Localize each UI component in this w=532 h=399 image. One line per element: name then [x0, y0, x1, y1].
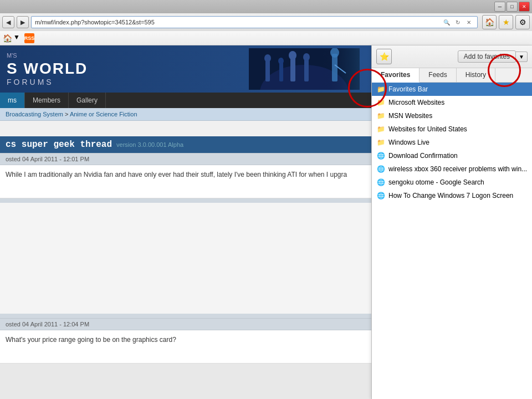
rss-label: RSS — [24, 35, 35, 41]
fav-item-0-label: Favorites Bar — [388, 85, 428, 93]
tab-history-label: History — [466, 71, 486, 79]
post-1-text: While I am traditionally an Nvidia fan a… — [6, 171, 347, 178]
tab-favorites-label: Favorites — [381, 71, 410, 79]
favorites-panel-icon[interactable]: ⭐ — [376, 49, 392, 64]
thread-version: version 3.0.00.001 Alpha — [116, 141, 183, 148]
fav-item-4-icon: 📁 — [376, 138, 385, 147]
fav-item-6-label: wireless xbox 360 receiver problems with… — [388, 165, 527, 173]
breadcrumb-section[interactable]: Anime or Science Fiction — [70, 111, 137, 117]
fav-item-2-icon: 📁 — [376, 111, 385, 120]
forum-logo-small: M'S — [7, 52, 88, 59]
tab-history[interactable]: History — [457, 68, 495, 82]
tab-feeds[interactable]: Feeds — [420, 68, 456, 82]
post-2-date: osted 04 April 2011 - 12:04 PM — [6, 321, 89, 328]
svg-rect-11 — [332, 54, 337, 81]
tab-feeds-label: Feeds — [428, 71, 447, 79]
post-1-date: osted 04 April 2011 - 12:01 PM — [6, 156, 89, 162]
forum-logo-sub: FORUMS — [7, 78, 88, 86]
browser-toolbar-right: 🏠 ★ ⚙ — [482, 15, 530, 29]
address-bar[interactable]: m/mwf/index.php?showtopic=34512&st=595 🔍… — [31, 16, 478, 28]
fav-item-0[interactable]: 📁 Favorites Bar — [372, 83, 532, 96]
svg-rect-6 — [290, 57, 295, 81]
favorites-header: ⭐ Add to favorites ▼ — [372, 45, 532, 68]
home-toolbar-button[interactable]: 🏠 — [482, 15, 497, 29]
svg-point-3 — [264, 54, 271, 62]
add-to-favorites-button[interactable]: Add to favorites — [458, 50, 516, 63]
fav-item-5-icon: 🌐 — [376, 151, 385, 160]
main-area: M'S S WORLD FORUMS — [0, 45, 532, 399]
address-text: m/mwf/index.php?showtopic=34512&st=595 — [35, 19, 442, 25]
favorites-tabs: Favorites Feeds History — [372, 68, 532, 83]
add-to-favorites-dropdown[interactable]: ▼ — [516, 52, 528, 62]
fav-item-4[interactable]: 📁 Windows Live — [372, 136, 532, 149]
svg-point-7 — [289, 51, 296, 60]
nav-item-home-label: ms — [8, 96, 17, 104]
svg-rect-4 — [279, 62, 283, 81]
nav-item-gallery-label: Gallery — [76, 96, 98, 104]
favorites-panel: ⭐ Add to favorites ▼ Favorites Feeds His… — [371, 45, 532, 399]
forward-button[interactable]: ▶ — [17, 16, 29, 28]
fav-item-3-label: Websites for United States — [388, 125, 467, 133]
star-icon: ★ — [503, 18, 510, 27]
svg-rect-8 — [304, 58, 309, 81]
fav-item-6-icon: 🌐 — [376, 165, 385, 173]
fav-item-5-label: Download Confirmation — [388, 152, 458, 160]
search-icon[interactable]: 🔍 — [442, 17, 452, 27]
gear-icon: ⚙ — [519, 18, 526, 27]
fav-item-3-icon: 📁 — [376, 125, 385, 134]
fav-item-2-label: MSN Websites — [388, 112, 432, 120]
fav-item-0-icon: 📁 — [376, 85, 385, 94]
fav-item-7-icon: 🌐 — [376, 178, 385, 187]
rss-icon: RSS — [24, 33, 34, 43]
maximize-button[interactable]: □ — [507, 2, 518, 12]
fav-item-1-label: Microsoft Websites — [388, 99, 444, 106]
thread-title: cs super geek thread — [6, 140, 112, 150]
back-button[interactable]: ◀ — [2, 16, 14, 28]
fav-item-8[interactable]: 🌐 How To Change Windows 7 Logon Screen — [372, 189, 532, 202]
add-favorites-group: Add to favorites ▼ — [458, 50, 528, 63]
nav-item-home[interactable]: ms — [0, 93, 25, 108]
home-icon: 🏠 — [485, 18, 494, 27]
fav-item-5[interactable]: 🌐 Download Confirmation — [372, 149, 532, 162]
fav-item-2[interactable]: 📁 MSN Websites — [372, 109, 532, 122]
svg-point-9 — [303, 53, 310, 61]
stop-icon[interactable]: ✕ — [464, 17, 474, 27]
fav-item-1-icon: 📁 — [376, 98, 385, 107]
favorites-list: 📁 Favorites Bar 📁 Microsoft Websites 📁 M… — [372, 83, 532, 399]
breadcrumb-site[interactable]: Broadcasting System — [6, 111, 63, 117]
window-controls: ─ □ ✕ — [494, 2, 530, 12]
forum-logo-big: S WORLD — [7, 60, 88, 78]
svg-point-5 — [278, 58, 284, 64]
svg-rect-2 — [265, 59, 270, 81]
address-icons: 🔍 ↻ ✕ — [442, 17, 474, 27]
refresh-icon[interactable]: ↻ — [453, 17, 463, 27]
fav-item-3[interactable]: 📁 Websites for United States — [372, 122, 532, 136]
nav-item-members[interactable]: Members — [25, 93, 69, 108]
forum-logo: M'S S WORLD FORUMS — [7, 52, 88, 86]
fav-item-1[interactable]: 📁 Microsoft Websites — [372, 96, 532, 109]
settings-button[interactable]: ⚙ — [515, 15, 530, 29]
favorites-star-button[interactable]: ★ — [499, 15, 513, 29]
fav-item-4-label: Windows Live — [388, 139, 429, 146]
fav-item-8-icon: 🌐 — [376, 191, 385, 200]
close-button[interactable]: ✕ — [519, 2, 530, 12]
minimize-button[interactable]: ─ — [494, 2, 505, 12]
tab-favorites[interactable]: Favorites — [372, 68, 420, 83]
fav-item-7-label: sengoku otome - Google Search — [388, 178, 484, 186]
command-bar: 🏠 ▼ RSS — [0, 31, 532, 45]
home-cmd-icon[interactable]: 🏠 — [2, 33, 12, 43]
title-bar: ─ □ ✕ — [0, 0, 532, 13]
post-2-text: What's your price range going to be on t… — [6, 336, 176, 344]
nav-bar: ◀ ▶ m/mwf/index.php?showtopic=34512&st=5… — [0, 13, 532, 31]
page-dropdown-icon[interactable]: ▼ — [13, 33, 23, 43]
nav-item-gallery[interactable]: Gallery — [69, 93, 106, 108]
fav-item-7[interactable]: 🌐 sengoku otome - Google Search — [372, 176, 532, 189]
breadcrumb-separator: > — [65, 111, 70, 117]
fav-item-8-label: How To Change Windows 7 Logon Screen — [388, 192, 513, 200]
fav-item-6[interactable]: 🌐 wireless xbox 360 receiver problems wi… — [372, 162, 532, 176]
nav-item-members-label: Members — [33, 96, 60, 104]
